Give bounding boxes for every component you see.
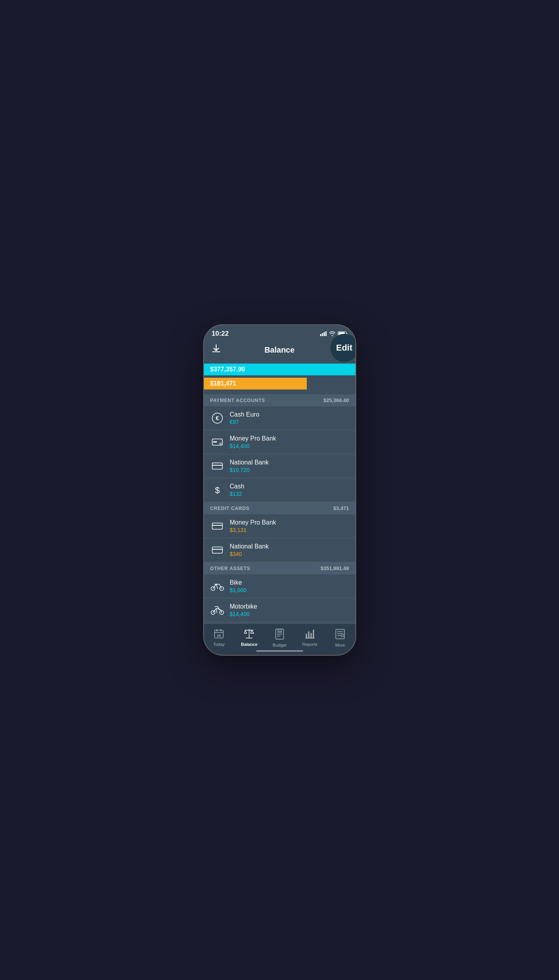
today-label: Today [213, 642, 224, 647]
svg-text:€: € [216, 415, 219, 421]
svg-rect-9 [213, 441, 217, 442]
bike-info: Bike $1,000 [230, 579, 247, 593]
money-pro-bank-pay-info: Money Pro Bank $14,400 [230, 435, 276, 449]
money-pro-bank-cc-icon [210, 519, 224, 533]
payment-accounts-total: $25,366.40 [323, 397, 349, 403]
bike-balance: $1,000 [230, 587, 247, 593]
wifi-icon [329, 331, 335, 336]
national-bank-cc-balance: $340 [230, 551, 269, 557]
net-worth-value: $181,471 [210, 380, 237, 387]
account-row-cash-euro[interactable]: € Cash Euro €97 [204, 406, 355, 430]
phone-frame: 10:22 [203, 324, 356, 656]
tab-today[interactable]: 20 Today [204, 628, 234, 647]
svg-rect-2 [324, 332, 325, 336]
money-pro-bank-pay-balance: $14,400 [230, 443, 276, 449]
budget-icon [275, 629, 284, 641]
more-icon [335, 629, 345, 641]
other-assets-total: $351,991.49 [320, 565, 349, 571]
money-pro-bank-cc-info: Money Pro Bank $3,131 [230, 519, 276, 533]
national-bank-cc-info: National Bank $340 [230, 543, 269, 557]
tab-reports[interactable]: Reports [295, 628, 325, 647]
account-row-national-bank-pay[interactable]: National Bank $10,720 [204, 454, 355, 478]
svg-point-10 [220, 443, 221, 444]
reports-icon [305, 629, 315, 640]
national-bank-cc-name: National Bank [230, 543, 269, 550]
net-worth-bar: $181,471 [204, 378, 307, 389]
bike-icon [210, 579, 224, 593]
tab-more[interactable]: More [325, 628, 355, 647]
motorbike-name: Motorbike [230, 603, 257, 610]
svg-point-52 [341, 634, 344, 637]
account-row-cash[interactable]: $ Cash $132 [204, 478, 355, 502]
credit-cards-section-header: CREDIT CARDS $3,471 [204, 502, 355, 514]
total-balance-bar: $377,357.90 [204, 364, 355, 375]
payment-accounts-title: PAYMENT ACCOUNTS [210, 398, 265, 403]
balance-label: Balance [241, 642, 257, 647]
national-bank-pay-info: National Bank $10,720 [230, 459, 269, 473]
money-pro-bank-cc-balance: $3,131 [230, 527, 276, 533]
cash-euro-info: Cash Euro €97 [230, 411, 260, 425]
header: Balance Edit [204, 341, 355, 360]
national-bank-pay-balance: $10,720 [230, 467, 269, 473]
svg-rect-1 [322, 333, 323, 336]
more-label: More [335, 643, 345, 647]
cash-name: Cash [230, 483, 244, 490]
edit-button[interactable]: Edit [330, 334, 356, 362]
balance-bars: $377,357.90 $181,471 [204, 360, 355, 394]
svg-rect-14 [212, 523, 222, 529]
svg-rect-48 [336, 629, 344, 639]
today-icon: 20 [214, 629, 224, 640]
national-bank-pay-icon [210, 459, 224, 473]
credit-cards-total: $3,471 [333, 505, 349, 511]
national-bank-pay-name: National Bank [230, 459, 269, 466]
motorbike-info: Motorbike $14,400 [230, 603, 257, 617]
other-assets-section-header: OTHER ASSETS $351,991.49 [204, 562, 355, 574]
budget-label: Budget [273, 643, 286, 647]
account-row-bike[interactable]: Bike $1,000 [204, 574, 355, 598]
tab-budget[interactable]: Budget [264, 628, 295, 647]
cash-info: Cash $132 [230, 483, 244, 497]
cash-euro-icon: € [210, 411, 224, 425]
header-title: Balance [264, 346, 295, 355]
other-assets-title: OTHER ASSETS [210, 566, 251, 571]
status-bar: 10:22 [204, 325, 355, 341]
svg-rect-42 [278, 630, 282, 631]
payment-accounts-section-header: PAYMENT ACCOUNTS $25,366.40 [204, 394, 355, 406]
account-row-motorbike[interactable]: Motorbike $14,400 [204, 598, 355, 622]
total-balance-value: $377,357.90 [210, 366, 245, 373]
download-button[interactable] [212, 344, 220, 356]
bike-name: Bike [230, 579, 247, 586]
account-row-national-bank-cc[interactable]: National Bank $340 [204, 538, 355, 562]
money-pro-bank-pay-name: Money Pro Bank [230, 435, 276, 442]
money-pro-bank-cc-name: Money Pro Bank [230, 519, 276, 526]
motorbike-balance: $14,400 [230, 611, 257, 617]
cash-balance: $132 [230, 491, 244, 497]
svg-text:$: $ [215, 485, 219, 495]
svg-rect-3 [325, 331, 326, 336]
credit-cards-title: CREDIT CARDS [210, 506, 249, 511]
money-pro-bank-pay-icon [210, 435, 224, 449]
tab-balance[interactable]: Balance [234, 628, 264, 647]
svg-rect-11 [212, 463, 222, 469]
account-row-money-pro-bank-cc[interactable]: Money Pro Bank $3,131 [204, 514, 355, 538]
cash-icon: $ [210, 483, 224, 497]
signal-icon [320, 331, 327, 336]
reports-label: Reports [302, 642, 317, 647]
national-bank-cc-icon [210, 543, 224, 557]
svg-rect-16 [212, 547, 222, 553]
svg-rect-0 [320, 334, 321, 336]
motorbike-icon [210, 603, 224, 617]
home-indicator [256, 650, 303, 652]
cash-euro-name: Cash Euro [230, 411, 260, 418]
main-content: PAYMENT ACCOUNTS $25,366.40 € Cash Euro … [204, 394, 355, 627]
account-row-money-pro-bank-pay[interactable]: Money Pro Bank $14,400 [204, 430, 355, 454]
edit-label: Edit [336, 343, 353, 353]
svg-text:20: 20 [217, 634, 221, 638]
cash-euro-balance: €97 [230, 419, 260, 425]
balance-icon [244, 629, 255, 640]
status-time: 10:22 [212, 330, 229, 338]
